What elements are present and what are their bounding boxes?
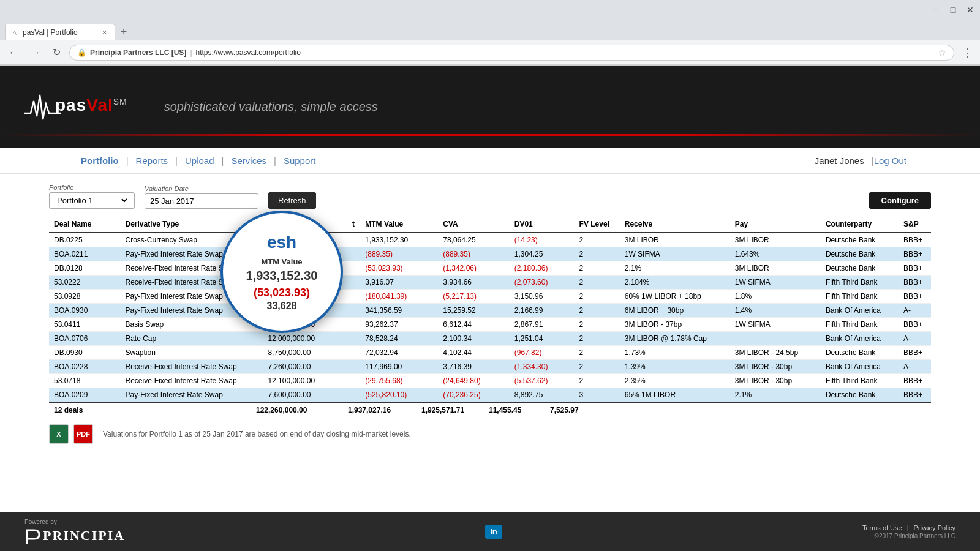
table-cell: Deutsche Bank [821,247,899,261]
table-cell: 1.643% [730,247,821,261]
table-cell: 7,600,000.00 [263,388,347,402]
table-cell: (53,023.93) [360,261,438,276]
configure-button[interactable]: Configure [869,192,931,209]
refresh-button[interactable]: Refresh [268,192,316,209]
table-cell: 2 [575,247,620,261]
table-cell: (180,841.39) [360,290,438,304]
nav-support[interactable]: Support [276,156,323,166]
table-cell: Swaption [120,346,263,360]
browser-menu-button[interactable]: ⋮ [959,43,975,62]
security-lock-icon: 🔒 [77,48,86,57]
table-cell: 3M LIBOR - 24.5bp [730,346,821,360]
table-cell: 341,356.59 [360,304,438,318]
table-cell: 1.39% [620,360,730,374]
nav-portfolio[interactable]: Portfolio [74,156,126,166]
table-cell [347,346,360,360]
nav-reports[interactable]: Reports [129,156,176,166]
privacy-link[interactable]: Privacy Policy [914,524,956,531]
table-cell: 12,100,000.00 [263,374,347,388]
table-row: BOA.0706Rate Cap12,000,000.0078,528.242,… [49,332,931,346]
portfolio-select[interactable]: Portfolio 1 [55,195,129,206]
footer-link-sep: | [907,524,909,531]
table-cell [347,304,360,318]
table-cell: BBB+ [899,276,931,290]
table-header-row: Deal Name Derivative Type Notional Amt t… [49,216,931,233]
address-bar[interactable]: 🔒 Principia Partners LLC [US] | https://… [69,45,954,61]
table-cell: 3M LIBOR - 30bp [730,374,821,388]
excel-export-icon[interactable]: X [49,424,69,444]
table-cell: 78,528.24 [360,332,438,346]
table-cell: (967.82) [510,346,575,360]
date-label: Valuation Date [145,185,258,192]
pdf-export-icon[interactable]: PDF [74,424,93,444]
header-tagline: sophisticated valuations, simple access [164,100,378,114]
export-icons: X PDF Valuations for Portfolio 1 as of 2… [49,424,931,444]
totals-fv: 7,525.97 [545,403,588,417]
col-pay: Pay [730,216,821,233]
close-button[interactable]: ✕ [965,5,975,15]
date-input[interactable] [145,193,258,209]
table-cell: (2,073.60) [510,276,575,290]
table-cell: Bank Of America [821,304,899,318]
bookmark-icon[interactable]: ☆ [938,48,946,58]
table-cell: 53.0718 [49,374,120,388]
close-tab-icon[interactable]: ✕ [102,29,107,37]
reload-button[interactable]: ↻ [49,44,64,61]
table-cell: 1W SIFMA [730,318,821,332]
footer-right: Terms of Use | Privacy Policy ©2017 Prin… [862,524,956,539]
nav-upload[interactable]: Upload [178,156,222,166]
table-cell: 1.4% [730,304,821,318]
new-tab-button[interactable]: + [115,23,132,40]
table-cell: BBB+ [899,374,931,388]
footer-links: Terms of Use | Privacy Policy [862,524,956,531]
table-cell: A- [899,360,931,374]
table-cell: 2 [575,318,620,332]
table-cell: (889.35) [360,247,438,261]
table-cell: 65% 1M LIBOR [620,388,730,402]
table-cell: Rate Cap [120,332,263,346]
table-cell: 1W SIFMA [730,276,821,290]
table-cell: 2 [575,261,620,276]
portfolio-dropdown[interactable]: Portfolio 1 [49,192,135,209]
logout-link[interactable]: Log Out [874,156,907,166]
linkedin-icon[interactable]: in [485,525,502,539]
table-cell: Deutsche Bank [821,346,899,360]
app-header: pasValSM sophisticated valuations, simpl… [0,66,980,148]
table-row: DB.0930Swaption8,750,000.0072,032.944,10… [49,346,931,360]
terms-link[interactable]: Terms of Use [862,524,902,531]
header-red-line [0,134,980,136]
table-cell: 72,032.94 [360,346,438,360]
table-cell: Deutsche Bank [821,388,899,402]
table-row: 53.0411Basis Swap15,000,000.0093,262.376… [49,318,931,332]
table-cell: Receive-Fixed Interest Rate Swap [120,374,263,388]
table-cell: BBB+ [899,388,931,402]
col-t: t [347,216,360,233]
table-cell: 2,100.34 [438,332,509,346]
table-cell: 1.73% [620,346,730,360]
table-cell: 3M LIBOR [730,261,821,276]
maximize-button[interactable]: □ [948,5,958,15]
table-cell: BBB+ [899,261,931,276]
table-cell: A- [899,304,931,318]
forward-button[interactable]: → [27,45,44,61]
table-cell: 53.0411 [49,318,120,332]
minimize-button[interactable]: − [931,5,941,15]
table-cell: 2.1% [730,388,821,402]
table-cell: 1,933,152.30 [360,233,438,247]
portfolio-select-group: Portfolio Portfolio 1 [49,184,135,209]
nav-services[interactable]: Services [224,156,274,166]
logo [24,92,61,122]
table-cell: Bank Of America [821,360,899,374]
table-cell: 3M LIBOR - 37bp [620,318,730,332]
back-button[interactable]: ← [5,45,22,61]
table-cell [347,388,360,402]
table-cell: Basis Swap [120,318,263,332]
app-wrapper: pasValSM sophisticated valuations, simpl… [0,66,980,551]
table-cell: 3,150.96 [510,290,575,304]
table-cell: (1,342.06) [438,261,509,276]
table-cell: 1W SIFMA [620,247,730,261]
browser-tab[interactable]: ∿ pasVal | Portfolio ✕ [5,24,115,40]
app-content: Portfolio Portfolio 1 Valuation Date Ref… [0,174,980,512]
table-row: BOA.0228Receive-Fixed Interest Rate Swap… [49,360,931,374]
table-cell: Pay-Fixed Interest Rate Swap [120,388,263,402]
